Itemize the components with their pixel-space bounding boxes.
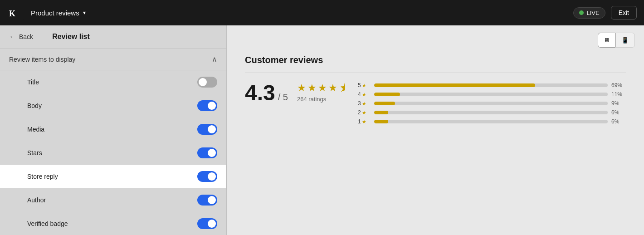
back-arrow-icon: ←	[9, 33, 16, 41]
view-controls: 🖥 📱	[227, 25, 644, 55]
toggle-row: Body	[0, 94, 226, 118]
bar-track	[374, 111, 608, 114]
exit-button[interactable]: Exit	[611, 6, 637, 20]
bar-percentage: 69%	[611, 82, 626, 88]
live-label: LIVE	[586, 10, 599, 16]
toggle-label: Verified badge	[27, 220, 68, 227]
half-star-icon: ⯨	[339, 82, 349, 94]
toggle-label: Media	[27, 126, 44, 133]
chevron-down-icon: ▾	[83, 10, 86, 16]
bar-fill	[374, 93, 400, 96]
toggle-label: Body	[27, 102, 42, 109]
nav-product-title: Product reviews	[31, 9, 79, 17]
full-star-icon: ★	[297, 82, 306, 94]
bar-percentage: 11%	[611, 91, 626, 98]
back-button[interactable]: ← Back	[9, 33, 33, 41]
bar-label: 2 ★	[358, 109, 371, 116]
toggle-switch[interactable]	[197, 147, 217, 158]
monitor-icon: 🖥	[604, 37, 610, 44]
toggle-row: Verified badge	[0, 212, 226, 235]
toggle-switch[interactable]	[197, 195, 217, 206]
rating-number: 4.3	[245, 82, 275, 104]
toggle-label: Author	[27, 196, 46, 204]
full-star-icon: ★	[307, 82, 317, 94]
rating-denom: / 5	[278, 92, 288, 103]
toggle-row: Title	[0, 70, 226, 94]
preview-area: Customer reviews 4.3 / 5 ★★★★⯨ 264 ratin…	[227, 55, 644, 235]
bar-row: 1 ★6%	[358, 118, 626, 125]
bar-fill	[374, 83, 535, 87]
live-badge: LIVE	[573, 7, 605, 19]
toggle-switch[interactable]	[197, 77, 217, 88]
klaviyo-logo-icon: K	[7, 5, 24, 21]
logo: K	[7, 5, 24, 21]
toggle-row: Media	[0, 118, 226, 141]
top-navigation: K Product reviews ▾ LIVE Exit	[0, 0, 644, 25]
toggle-label: Title	[27, 78, 39, 86]
rating-count: 264 ratings	[297, 96, 349, 103]
bar-percentage: 6%	[611, 118, 626, 125]
bar-label: 4 ★	[358, 91, 371, 98]
preview-heading: Customer reviews	[245, 55, 626, 73]
panel-title: Review list	[52, 33, 90, 41]
bar-percentage: 9%	[611, 100, 626, 107]
full-star-icon: ★	[328, 82, 337, 94]
svg-text:K: K	[9, 9, 15, 18]
toggle-switch[interactable]	[197, 171, 217, 182]
toggle-row: Store reply	[0, 165, 226, 188]
rating-stars-area: ★★★★⯨ 264 ratings	[297, 82, 349, 103]
bar-fill	[374, 111, 388, 114]
big-rating: 4.3 / 5	[245, 82, 288, 104]
toggle-row: Author	[0, 188, 226, 212]
toggle-switch[interactable]	[197, 218, 217, 229]
bar-label: 5 ★	[358, 82, 371, 88]
bar-row: 5 ★69%	[358, 82, 626, 88]
section-header: Review items to display ∧	[0, 49, 226, 70]
bar-label: 1 ★	[358, 118, 371, 125]
mobile-view-button[interactable]: 📱	[615, 33, 635, 48]
toggle-list: TitleBodyMediaStarsStore replyAuthorVeri…	[0, 70, 226, 235]
nav-title-area[interactable]: Product reviews ▾	[31, 9, 86, 17]
back-label: Back	[19, 33, 33, 40]
bar-track	[374, 93, 608, 96]
toggle-label: Stars	[27, 149, 42, 157]
left-header: ← Back Review list	[0, 25, 226, 49]
bar-percentage: 6%	[611, 109, 626, 116]
bar-row: 4 ★11%	[358, 91, 626, 98]
bar-fill	[374, 102, 395, 105]
bar-track	[374, 83, 608, 87]
main-layout: ← Back Review list Review items to displ…	[0, 25, 644, 235]
left-panel: ← Back Review list Review items to displ…	[0, 25, 227, 235]
toggle-label: Store reply	[27, 173, 58, 180]
toggle-switch[interactable]	[197, 124, 217, 135]
live-dot-icon	[579, 10, 584, 15]
bar-row: 3 ★9%	[358, 100, 626, 107]
bar-label: 3 ★	[358, 100, 371, 107]
preview-card: Customer reviews 4.3 / 5 ★★★★⯨ 264 ratin…	[245, 55, 626, 127]
nav-right: LIVE Exit	[573, 6, 637, 20]
toggle-row: Stars	[0, 141, 226, 165]
mobile-icon: 📱	[621, 37, 629, 44]
bars-area: 5 ★69%4 ★11%3 ★9%2 ★6%1 ★6%	[358, 82, 626, 127]
right-panel: 🖥 📱 Customer reviews 4.3 / 5 ★★★★⯨ 264 r…	[227, 25, 644, 235]
bar-track	[374, 120, 608, 123]
bar-track	[374, 102, 608, 105]
toggle-switch[interactable]	[197, 100, 217, 111]
bar-row: 2 ★6%	[358, 109, 626, 116]
full-star-icon: ★	[318, 82, 327, 94]
rating-summary: 4.3 / 5 ★★★★⯨ 264 ratings 5 ★69%4 ★11%3 …	[245, 82, 626, 127]
chevron-up-icon[interactable]: ∧	[212, 55, 217, 64]
bar-fill	[374, 120, 388, 123]
section-title: Review items to display	[9, 56, 75, 63]
stars-row: ★★★★⯨	[297, 82, 349, 94]
desktop-view-button[interactable]: 🖥	[598, 33, 615, 48]
